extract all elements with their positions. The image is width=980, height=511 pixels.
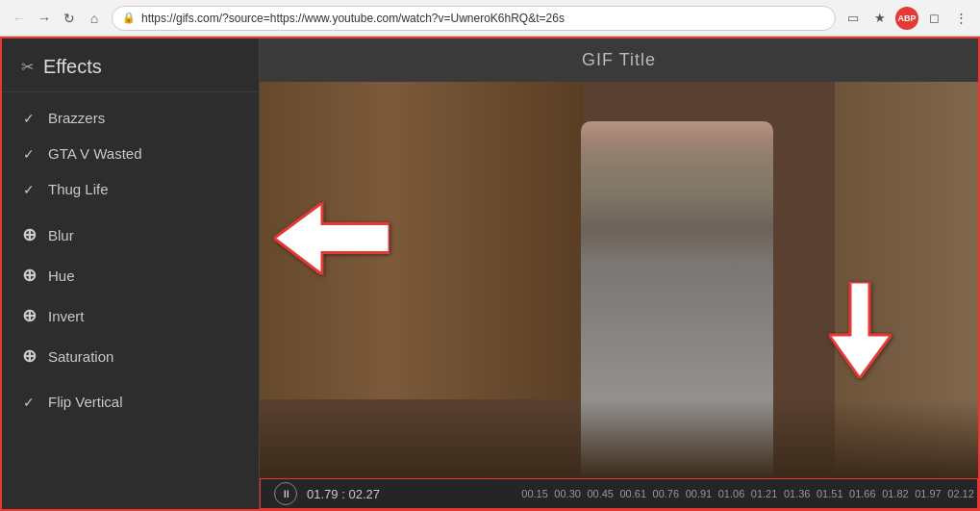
url-text: https://gifs.com/?source=https://www.you… [141, 12, 825, 25]
check-icon-flip: ✓ [21, 395, 37, 410]
tick-10: 01.66 [846, 488, 879, 499]
nav-buttons: ← → ↻ ⌂ [8, 7, 106, 30]
sidebar-header: ✂ Effects [2, 38, 259, 92]
tick-2: 00.45 [584, 488, 616, 499]
browser-actions: ▭ ★ ABP ◻ ⋮ [842, 7, 972, 30]
cast-button[interactable]: ▭ [842, 7, 865, 30]
gif-title-bar: GIF Title [260, 38, 978, 82]
browser-chrome: ← → ↻ ⌂ 🔒 https://gifs.com/?source=https… [0, 0, 980, 37]
effect-separator-1 [2, 207, 259, 215]
play-pause-icon: ⏸ [281, 488, 291, 499]
svg-marker-1 [829, 282, 892, 378]
reload-button[interactable]: ↻ [58, 7, 81, 30]
check-icon-thug: ✓ [21, 182, 37, 197]
tick-9: 01.51 [814, 488, 846, 499]
effect-label-invert: Invert [48, 308, 85, 324]
tick-5: 00.91 [682, 488, 715, 499]
address-bar[interactable]: 🔒 https://gifs.com/?source=https://www.y… [112, 6, 836, 31]
tick-0: 00.15 [518, 488, 551, 499]
svg-marker-0 [274, 202, 389, 274]
time-separator: : [341, 487, 345, 501]
effect-label-saturation: Saturation [48, 348, 113, 365]
tick-6: 01.06 [715, 488, 747, 499]
effect-gta-v-wasted[interactable]: ✓ GTA V Wasted [2, 136, 259, 171]
effect-label-gta: GTA V Wasted [48, 145, 142, 162]
tick-3: 00.61 [616, 488, 649, 499]
play-pause-button[interactable]: ⏸ [274, 482, 297, 505]
tick-7: 01.21 [748, 488, 781, 499]
extensions-button[interactable]: ◻ [922, 7, 945, 30]
effect-invert[interactable]: ⊕ Invert [2, 295, 259, 336]
plus-icon-hue: ⊕ [21, 265, 37, 286]
menu-button[interactable]: ⋮ [949, 7, 972, 30]
timeline-markers[interactable]: 00.15 00.30 00.45 00.61 00.76 00.91 01.0… [518, 479, 977, 508]
home-button[interactable]: ⌂ [83, 7, 106, 30]
adblock-button[interactable]: ABP [895, 7, 918, 30]
check-icon-gta: ✓ [21, 146, 37, 162]
effect-blur[interactable]: ⊕ Blur [2, 215, 259, 255]
arrow-left-overlay [274, 202, 389, 278]
timeline: ⏸ 01.79 : 02.27 00.15 00.30 00.45 00.61 … [260, 478, 978, 509]
effect-hue[interactable]: ⊕ Hue [2, 255, 259, 295]
plus-icon-saturation: ⊕ [21, 345, 37, 367]
current-time: 01.79 [307, 487, 339, 501]
sidebar: ✂ Effects ✓ Brazzers ✓ GTA V Wasted ✓ Th… [2, 38, 260, 509]
effect-thug-life[interactable]: ✓ Thug Life [2, 171, 259, 207]
effect-label-thug: Thug Life [48, 181, 109, 197]
effect-label-blur: Blur [48, 227, 74, 243]
gif-preview [260, 82, 978, 478]
gif-area: GIF Title [260, 38, 978, 509]
tick-12: 01.97 [912, 488, 944, 499]
effect-saturation[interactable]: ⊕ Saturation [2, 336, 259, 376]
gif-title: GIF Title [582, 50, 656, 69]
effect-label-hue: Hue [48, 268, 75, 284]
tick-11: 01.82 [879, 488, 912, 499]
effect-separator-2 [2, 376, 259, 384]
lock-icon: 🔒 [122, 12, 136, 24]
tick-4: 00.76 [649, 488, 682, 499]
effect-label-brazzers: Brazzers [48, 110, 105, 126]
playback-controls: ⏸ 01.79 : 02.27 [261, 479, 518, 508]
tick-8: 01.36 [781, 488, 814, 499]
sidebar-title: Effects [43, 56, 102, 78]
time-display: 01.79 : 02.27 [307, 487, 380, 501]
arrow-down-overlay [829, 282, 892, 382]
effect-flip-vertical[interactable]: ✓ Flip Vertical [2, 384, 259, 420]
total-time: 02.27 [348, 487, 380, 501]
sidebar-list: ✓ Brazzers ✓ GTA V Wasted ✓ Thug Life ⊕ … [2, 92, 259, 509]
video-bottom-shadow [260, 399, 978, 478]
effect-label-flip: Flip Vertical [48, 394, 123, 410]
tick-13: 02.12 [944, 488, 977, 499]
back-button[interactable]: ← [8, 7, 31, 30]
main-content: ✂ Effects ✓ Brazzers ✓ GTA V Wasted ✓ Th… [0, 37, 980, 511]
scissors-icon: ✂ [21, 58, 34, 76]
forward-button[interactable]: → [33, 7, 56, 30]
plus-icon-invert: ⊕ [21, 305, 37, 326]
plus-icon-blur: ⊕ [21, 224, 37, 245]
effect-brazzers[interactable]: ✓ Brazzers [2, 100, 259, 136]
bookmark-button[interactable]: ★ [868, 7, 892, 30]
check-icon-brazzers: ✓ [21, 111, 37, 126]
tick-1: 00.30 [551, 488, 584, 499]
